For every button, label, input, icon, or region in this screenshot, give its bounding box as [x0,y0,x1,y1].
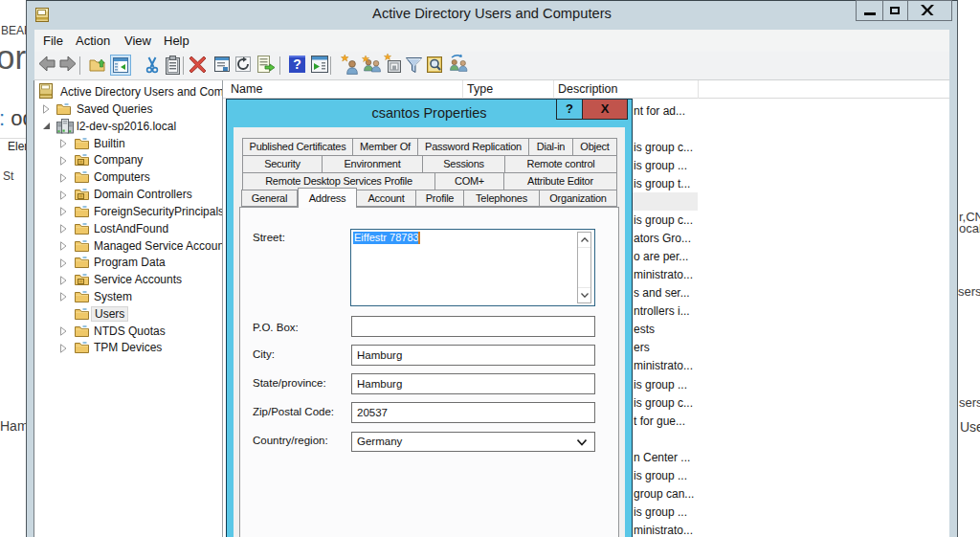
svg-text:?: ? [293,56,301,72]
